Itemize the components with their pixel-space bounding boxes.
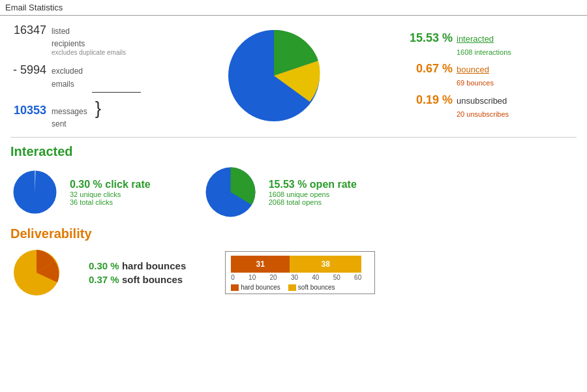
bar-chart-container: 31 38 0 10 20 30 40 50 60 hard bounces: [225, 251, 375, 294]
main-pie-section: [141, 23, 407, 128]
interacted-sub: 1608 interactions: [457, 47, 577, 58]
bar-chart-section: 31 38 0 10 20 30 40 50 60 hard bounces: [225, 251, 375, 294]
interacted-percent: 15.53 %: [407, 29, 453, 47]
bar-soft-segment: 38: [290, 256, 361, 273]
deliverability-pie-chart: [10, 247, 63, 299]
axis-40: 40: [312, 274, 319, 281]
excluded-label: excludedemails: [52, 65, 83, 90]
bar-row: 31 38: [231, 256, 369, 273]
soft-bounce-rate: 0.37 % soft bounces: [89, 274, 186, 285]
listed-sublabel: excludes duplicate emails: [52, 48, 141, 58]
listed-label: listedrecipients: [52, 25, 85, 50]
bar-axis: 0 10 20 30 40 50 60: [231, 274, 361, 281]
bounce-text-block: 0.30 % hard bounces 0.37 % soft bounces: [89, 260, 186, 285]
unsubscribed-sub: 20 unsubscribes: [457, 109, 577, 120]
count-divider: [92, 92, 141, 93]
bounced-link[interactable]: bounced: [457, 63, 489, 76]
excluded-row: - 5994 excludedemails: [10, 61, 141, 90]
deliverability-section-title: Deliverability: [10, 226, 577, 241]
axis-0: 0: [231, 274, 235, 281]
interacted-stat-line: 15.53 % interacted: [407, 29, 577, 47]
bounced-percent: 0.67 %: [407, 60, 453, 78]
open-pie-chart: [203, 164, 258, 220]
legend-hard: hard bounces: [231, 284, 280, 291]
click-stat-text: 0.30 % click rate 32 unique clicks 36 to…: [70, 179, 151, 206]
open-rate-value: 15.53 % open rate: [269, 179, 357, 190]
listed-number: 16347: [10, 21, 46, 40]
unsubscribed-label: unsubscribed: [457, 95, 507, 108]
counts-section: 16347 listedrecipients excludes duplicat…: [10, 21, 141, 130]
legend-soft: soft bounces: [288, 284, 335, 291]
unique-clicks: 32 unique clicks: [70, 190, 151, 198]
click-pie-chart: [10, 168, 59, 217]
open-stat-text: 15.53 % open rate 1608 unique opens 2068…: [269, 179, 357, 206]
axis-60: 60: [354, 274, 361, 281]
bar-legend: hard bounces soft bounces: [231, 284, 369, 291]
bounced-sub: 69 bounces: [457, 78, 577, 89]
unsubscribed-percent: 0.19 %: [407, 91, 453, 109]
click-rate-value: 0.30 % click rate: [70, 179, 151, 190]
sent-label: messagessent: [52, 106, 87, 130]
excluded-number: - 5994: [10, 61, 46, 80]
top-stats-row: 16347 listedrecipients excludes duplicat…: [10, 21, 577, 138]
legend-hard-box: [231, 284, 239, 291]
interacted-row: 0.30 % click rate 32 unique clicks 36 to…: [10, 164, 577, 220]
main-pie-chart: [222, 23, 326, 128]
bar-hard-segment: 31: [231, 256, 290, 273]
page-title: Email Statistics: [0, 0, 587, 16]
axis-30: 30: [291, 274, 298, 281]
hard-bounce-rate: 0.30 % hard bounces: [89, 260, 186, 271]
interacted-link[interactable]: interacted: [457, 33, 494, 46]
bounced-stat-line: 0.67 % bounced: [407, 60, 577, 78]
sent-number: 10353: [10, 101, 46, 120]
listed-row: 16347 listedrecipients: [10, 21, 141, 50]
brace-icon: }: [95, 94, 101, 123]
axis-20: 20: [269, 274, 277, 281]
right-stats: 15.53 % interacted 1608 interactions 0.6…: [407, 29, 577, 123]
click-rate-block: 0.30 % click rate 32 unique clicks 36 to…: [10, 168, 151, 217]
total-opens: 2068 total opens: [269, 198, 357, 206]
total-clicks: 36 total clicks: [70, 198, 151, 206]
unique-opens: 1608 unique opens: [269, 190, 357, 198]
deliverability-row: 0.30 % hard bounces 0.37 % soft bounces …: [10, 247, 577, 299]
unsubscribed-stat-line: 0.19 % unsubscribed: [407, 91, 577, 109]
interacted-section-title: Interacted: [10, 144, 577, 159]
sent-row: 10353 messagessent }: [10, 94, 141, 130]
legend-soft-label: soft bounces: [298, 284, 335, 291]
legend-hard-label: hard bounces: [241, 284, 280, 291]
main-content: 16347 listedrecipients excludes duplicat…: [0, 16, 587, 304]
axis-10: 10: [248, 274, 256, 281]
open-rate-block: 15.53 % open rate 1608 unique opens 2068…: [203, 164, 357, 220]
axis-50: 50: [333, 274, 340, 281]
legend-soft-box: [288, 284, 296, 291]
